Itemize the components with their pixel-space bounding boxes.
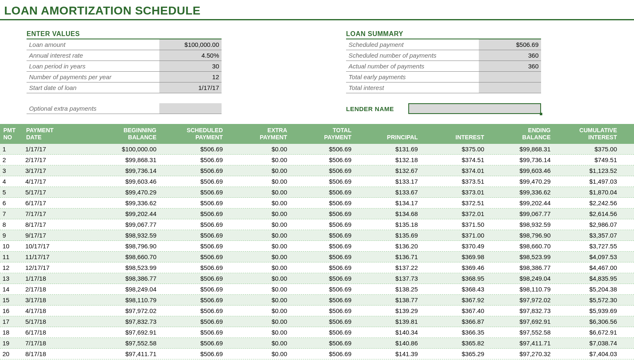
cell-ending-balance[interactable]: $97,552.58 xyxy=(488,327,554,337)
cell-fill-handle[interactable] xyxy=(540,113,542,115)
cell-pmt-no[interactable]: 16 xyxy=(0,306,23,316)
cell-pmt-no[interactable]: 19 xyxy=(0,338,23,348)
cell-beginning-balance[interactable]: $99,868.31 xyxy=(93,155,160,165)
cell-cumulative-interest[interactable]: $2,986.07 xyxy=(554,219,620,230)
cell-ending-balance[interactable]: $98,249.04 xyxy=(488,273,554,284)
cell-beginning-balance[interactable]: $99,736.14 xyxy=(93,165,160,176)
cell-scheduled-payment[interactable]: $506.69 xyxy=(160,262,226,273)
cell-beginning-balance[interactable]: $98,523.99 xyxy=(93,262,160,273)
cell-extra-payment[interactable]: $0.00 xyxy=(226,187,290,197)
cell-beginning-balance[interactable]: $98,660.70 xyxy=(93,252,160,262)
cell-interest[interactable]: $371.50 xyxy=(421,219,488,230)
cell-payment-date[interactable]: 7/17/17 xyxy=(23,209,93,219)
cell-scheduled-payment[interactable]: $506.69 xyxy=(160,241,226,251)
cell-beginning-balance[interactable]: $98,249.04 xyxy=(93,284,160,294)
cell-ending-balance[interactable]: $97,832.73 xyxy=(488,306,554,316)
table-row[interactable]: 88/17/17$99,067.77$506.69$0.00$506.69$13… xyxy=(0,219,634,230)
cell-payment-date[interactable]: 3/17/17 xyxy=(23,165,93,176)
cell-beginning-balance[interactable]: $97,552.58 xyxy=(93,338,160,348)
row-start-date[interactable]: Start date of loan 1/17/17 xyxy=(27,83,222,93)
value-loan-amount[interactable]: $100,000.00 xyxy=(159,39,222,50)
cell-pmt-no[interactable]: 11 xyxy=(0,252,23,262)
cell-extra-payment[interactable]: $0.00 xyxy=(226,176,290,187)
cell-ending-balance[interactable]: $97,972.02 xyxy=(488,295,554,305)
cell-extra-payment[interactable]: $0.00 xyxy=(226,252,290,262)
cell-interest[interactable]: $374.01 xyxy=(421,165,488,176)
cell-pmt-no[interactable]: 14 xyxy=(0,284,23,294)
cell-payment-date[interactable]: 6/17/18 xyxy=(23,327,93,337)
cell-pmt-no[interactable]: 13 xyxy=(0,273,23,284)
cell-beginning-balance[interactable]: $98,796.90 xyxy=(93,241,160,251)
cell-principal[interactable]: $133.17 xyxy=(355,176,421,187)
cell-payment-date[interactable]: 11/17/17 xyxy=(23,252,93,262)
cell-cumulative-interest[interactable]: $749.51 xyxy=(554,155,620,165)
cell-interest[interactable]: $373.01 xyxy=(421,187,488,197)
cell-total-payment[interactable]: $506.69 xyxy=(290,284,355,294)
cell-scheduled-payment[interactable]: $506.69 xyxy=(160,176,226,187)
cell-extra-payment[interactable]: $0.00 xyxy=(226,144,290,154)
cell-extra-payment[interactable]: $0.00 xyxy=(226,262,290,273)
cell-payment-date[interactable]: 7/17/18 xyxy=(23,338,93,348)
cell-total-payment[interactable]: $506.69 xyxy=(290,338,355,348)
row-payments-per-year[interactable]: Number of payments per year 12 xyxy=(27,72,222,83)
cell-scheduled-payment[interactable]: $506.69 xyxy=(160,338,226,348)
table-row[interactable]: 175/17/18$97,832.73$506.69$0.00$506.69$1… xyxy=(0,316,634,327)
cell-total-payment[interactable]: $506.69 xyxy=(290,209,355,219)
cell-ending-balance[interactable]: $98,932.59 xyxy=(488,219,554,230)
cell-extra-payment[interactable]: $0.00 xyxy=(226,273,290,284)
cell-cumulative-interest[interactable]: $6,306.56 xyxy=(554,316,620,327)
cell-interest[interactable]: $368.43 xyxy=(421,284,488,294)
cell-interest[interactable]: $375.00 xyxy=(421,144,488,154)
table-row[interactable]: 197/17/18$97,552.58$506.69$0.00$506.69$1… xyxy=(0,338,634,349)
cell-principal[interactable]: $135.18 xyxy=(355,219,421,230)
cell-scheduled-payment[interactable]: $506.69 xyxy=(160,295,226,305)
cell-cumulative-interest[interactable]: $2,242.56 xyxy=(554,198,620,208)
cell-scheduled-payment[interactable]: $506.69 xyxy=(160,284,226,294)
cell-beginning-balance[interactable]: $97,832.73 xyxy=(93,316,160,327)
cell-ending-balance[interactable]: $97,692.91 xyxy=(488,316,554,327)
cell-ending-balance[interactable]: $99,470.29 xyxy=(488,176,554,187)
cell-beginning-balance[interactable]: $97,411.71 xyxy=(93,349,160,359)
cell-ending-balance[interactable]: $99,603.46 xyxy=(488,165,554,176)
cell-extra-payment[interactable]: $0.00 xyxy=(226,219,290,230)
cell-principal[interactable]: $141.39 xyxy=(355,349,421,359)
cell-cumulative-interest[interactable]: $4,835.95 xyxy=(554,273,620,284)
cell-interest[interactable]: $374.51 xyxy=(421,155,488,165)
row-total-interest[interactable]: Total interest xyxy=(346,83,541,93)
cell-payment-date[interactable]: 6/17/17 xyxy=(23,198,93,208)
cell-ending-balance[interactable]: $99,736.14 xyxy=(488,155,554,165)
cell-pmt-no[interactable]: 5 xyxy=(0,187,23,197)
cell-principal[interactable]: $136.71 xyxy=(355,252,421,262)
value-payments-per-year[interactable]: 12 xyxy=(159,72,222,82)
cell-scheduled-payment[interactable]: $506.69 xyxy=(160,219,226,230)
cell-cumulative-interest[interactable]: $2,614.56 xyxy=(554,209,620,219)
cell-pmt-no[interactable]: 15 xyxy=(0,295,23,305)
cell-total-payment[interactable]: $506.69 xyxy=(290,219,355,230)
cell-payment-date[interactable]: 8/17/18 xyxy=(23,349,93,359)
cell-interest[interactable]: $369.98 xyxy=(421,252,488,262)
cell-pmt-no[interactable]: 2 xyxy=(0,155,23,165)
table-row[interactable]: 153/17/18$98,110.79$506.69$0.00$506.69$1… xyxy=(0,295,634,306)
cell-pmt-no[interactable]: 6 xyxy=(0,198,23,208)
cell-payment-date[interactable]: 10/17/17 xyxy=(23,241,93,251)
cell-scheduled-payment[interactable]: $506.69 xyxy=(160,349,226,359)
lender-cell[interactable] xyxy=(408,103,541,114)
cell-principal[interactable]: $140.86 xyxy=(355,338,421,348)
cell-payment-date[interactable]: 1/17/17 xyxy=(23,144,93,154)
value-loan-years[interactable]: 30 xyxy=(159,61,222,71)
cell-principal[interactable]: $140.34 xyxy=(355,327,421,337)
cell-pmt-no[interactable]: 7 xyxy=(0,209,23,219)
cell-total-payment[interactable]: $506.69 xyxy=(290,349,355,359)
cell-cumulative-interest[interactable]: $5,572.30 xyxy=(554,295,620,305)
cell-payment-date[interactable]: 4/17/18 xyxy=(23,306,93,316)
cell-total-payment[interactable]: $506.69 xyxy=(290,176,355,187)
cell-cumulative-interest[interactable]: $4,097.53 xyxy=(554,252,620,262)
cell-scheduled-payment[interactable]: $506.69 xyxy=(160,273,226,284)
cell-cumulative-interest[interactable]: $5,204.38 xyxy=(554,284,620,294)
table-row[interactable]: 142/17/18$98,249.04$506.69$0.00$506.69$1… xyxy=(0,284,634,295)
cell-ending-balance[interactable]: $97,270.32 xyxy=(488,349,554,359)
cell-payment-date[interactable]: 8/17/17 xyxy=(23,219,93,230)
cell-extra-payment[interactable]: $0.00 xyxy=(226,338,290,348)
cell-payment-date[interactable]: 5/17/18 xyxy=(23,316,93,327)
cell-interest[interactable]: $365.29 xyxy=(421,349,488,359)
